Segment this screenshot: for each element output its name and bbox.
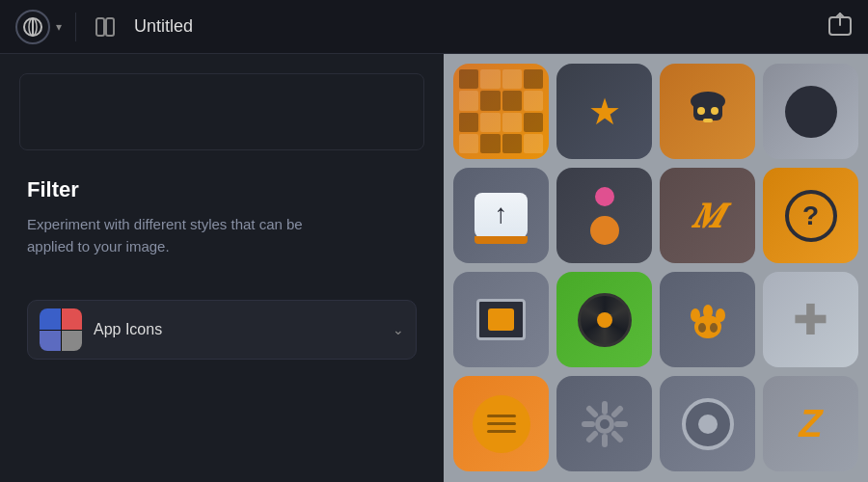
svg-point-17 — [710, 323, 718, 333]
app-logo-button[interactable] — [15, 10, 50, 44]
icon-zed[interactable]: Z — [763, 376, 858, 471]
icon-dial[interactable] — [660, 376, 755, 471]
svg-point-19 — [600, 419, 610, 429]
dark-circle-shape — [785, 86, 837, 138]
icon-inner: ? — [773, 177, 849, 254]
icon-upload[interactable]: ↑ — [453, 168, 549, 263]
svg-point-15 — [716, 308, 725, 322]
icon-inner: ★ — [566, 73, 642, 149]
svg-rect-4 — [106, 18, 114, 36]
m-logo-letter: 𝑴 — [692, 196, 723, 236]
main-content: Filter Experiment with different styles … — [0, 54, 868, 482]
meter-lines — [487, 415, 516, 433]
icon-inner: ✚ — [773, 281, 849, 358]
icon-question[interactable]: ? — [763, 168, 858, 263]
image-preview-placeholder — [19, 73, 424, 150]
dial-outer-circle — [682, 398, 734, 450]
paw-svg — [684, 296, 732, 344]
icon-star[interactable]: ★ — [556, 64, 652, 159]
icon-inner — [463, 281, 539, 358]
style-dropdown-label: App Icons — [94, 321, 393, 338]
icon-inner — [463, 386, 539, 462]
svg-line-25 — [614, 434, 620, 440]
svg-point-14 — [703, 305, 713, 318]
svg-point-10 — [711, 107, 719, 115]
thumb-q1 — [40, 308, 61, 330]
icon-inner: ↑ — [463, 177, 539, 254]
icon-inner: 𝑴 — [669, 177, 746, 254]
layout-toggle-button[interactable] — [90, 12, 121, 42]
svg-rect-11 — [703, 119, 713, 122]
upload-arrow-symbol: ↑ — [494, 199, 507, 229]
filter-title: Filter — [27, 177, 417, 202]
titlebar: ▾ Untitled — [0, 0, 868, 54]
style-dropdown[interactable]: App Icons ⌄ — [27, 300, 417, 360]
icon-paw[interactable] — [660, 272, 755, 367]
upload-box: ↑ — [475, 193, 528, 239]
thumb-q4 — [62, 331, 83, 352]
svg-rect-3 — [96, 18, 104, 36]
left-panel: Filter Experiment with different styles … — [0, 54, 444, 482]
screen-box — [476, 299, 526, 341]
zed-letter-symbol: Z — [799, 402, 822, 445]
vinyl-disc-shape — [578, 293, 632, 347]
question-mark-circle: ? — [785, 190, 837, 242]
icon-inner: Z — [773, 386, 849, 462]
star-symbol: ★ — [588, 91, 621, 133]
icon-plus[interactable]: ✚ — [763, 272, 858, 367]
icon-orange-meter[interactable] — [453, 376, 549, 471]
vinyl-center-dot — [597, 312, 612, 328]
icon-dark-circle[interactable] — [763, 64, 858, 159]
thumb-q2 — [62, 308, 83, 330]
svg-line-26 — [614, 409, 620, 415]
pink-dot-container — [556, 168, 652, 263]
dial-inner-circle — [698, 415, 718, 434]
grid-pattern — [453, 64, 549, 159]
orange-circle-shape — [473, 395, 530, 453]
icon-vinyl[interactable] — [556, 272, 652, 367]
thumb-q3 — [40, 331, 61, 352]
icon-inner — [566, 386, 642, 462]
icon-inner — [669, 281, 746, 358]
icon-inner — [669, 386, 746, 462]
icon-cog[interactable] — [556, 376, 652, 471]
plus-symbol: ✚ — [793, 295, 828, 344]
style-dropdown-chevron: ⌄ — [393, 322, 404, 337]
svg-point-13 — [691, 308, 700, 322]
icon-pink-dot[interactable] — [556, 168, 652, 263]
svg-point-16 — [698, 323, 706, 333]
document-title: Untitled — [134, 16, 193, 37]
icon-screen[interactable] — [453, 272, 549, 367]
svg-point-9 — [697, 107, 705, 115]
export-button[interactable] — [827, 12, 853, 42]
cog-svg — [581, 400, 629, 448]
icon-grid: ★ ↑ — [444, 54, 868, 482]
filter-section: Filter Experiment with different styles … — [0, 150, 444, 277]
screen-orange-rect — [488, 308, 514, 331]
app-menu-chevron[interactable]: ▾ — [56, 20, 62, 34]
icon-m-logo[interactable]: 𝑴 — [660, 168, 755, 263]
style-preview-thumbnail — [40, 308, 82, 351]
svg-line-27 — [589, 434, 595, 440]
icon-inner — [566, 281, 642, 358]
icon-inner — [773, 73, 849, 149]
hat-svg — [682, 86, 734, 138]
icon-inner — [669, 73, 746, 149]
filter-description: Experiment with different styles that ca… — [27, 214, 316, 257]
header-divider — [75, 13, 76, 41]
pink-dot-shape — [595, 187, 614, 206]
orange-dot-shape — [590, 216, 619, 245]
icon-music-grid[interactable] — [453, 64, 549, 159]
icon-bot-hat[interactable] — [660, 64, 755, 159]
svg-line-24 — [589, 409, 595, 415]
